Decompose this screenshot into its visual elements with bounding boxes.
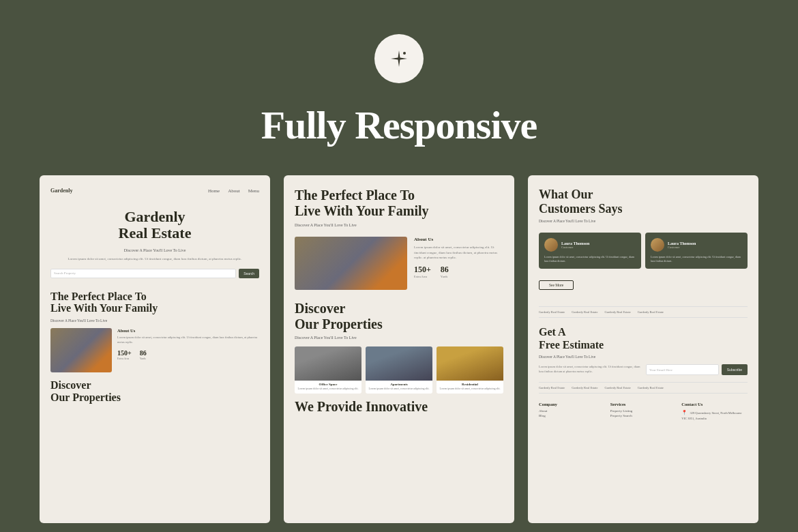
svg-point-0 (403, 52, 406, 55)
card2-discover-title: Discover Our Properties (295, 301, 503, 332)
card1-section1-title: The Perfect Place To Live With Your Fami… (50, 291, 259, 314)
prop-label-apartments: Apartments (366, 381, 432, 387)
brand2-2: Gardenly Real Estate (572, 386, 597, 389)
card1-nav-links: Home About Menu (208, 188, 259, 194)
prop-label-residential: Residential (437, 381, 503, 387)
card3-email-input[interactable]: Your Email Here (646, 364, 719, 375)
testimonial-1-avatar (544, 238, 558, 252)
card2-bottom-title: We Provide Innovative (295, 399, 503, 415)
card1-nav-menu[interactable]: Menu (248, 188, 259, 194)
card2-property-1[interactable]: Office Space Lorem ipsum dolor sit amet,… (295, 346, 361, 394)
card2-stat2: 86 Yards (441, 265, 449, 278)
footer-col1-title: Company (539, 402, 605, 407)
prop-desc-residential: Lorem ipsum dolor sit amet, consectetur … (437, 387, 503, 394)
card3-estimate-row: Lorem ipsum dolor sit amet, consectetur … (539, 364, 748, 375)
card1-stats: 150+ Extra Area 86 Yards (117, 349, 259, 360)
testimonial-2-text: Lorem ipsum dolor sit amet, consectetur … (651, 255, 742, 263)
card2-property-3[interactable]: Residential Lorem ipsum dolor sit amet, … (437, 346, 503, 394)
prop-img-residential (437, 346, 503, 381)
card1-discover-title: Discover Our Properties (50, 379, 259, 403)
brand2-4: Gardenly Real Estate (638, 386, 664, 389)
testimonial-1-role: Customer (561, 246, 589, 249)
footer-link-listing[interactable]: Property Listing (610, 409, 677, 413)
card1-about-title: About Us (117, 328, 259, 333)
see-more-button[interactable]: See More (539, 280, 574, 290)
card1-stat1-label: Extra Area (117, 357, 132, 360)
card2-stat1: 150+ Extra Area (414, 265, 431, 278)
card1-about-text: About Us Lorem ipsum dolor sit amet, con… (117, 328, 259, 372)
brand-2: Gardenly Real Estate (572, 310, 597, 314)
main-title: Fully Responsive (261, 102, 537, 148)
card2-main-image (295, 237, 407, 290)
card1-about-row: About Us Lorem ipsum dolor sit amet, con… (50, 328, 259, 372)
card2-subtitle: Discover A Place You'll Love To Live (295, 223, 503, 227)
card3-testimonials-subtitle: Discover A Place You'll Love To Live (539, 219, 748, 223)
testimonial-1-header: Laura Thomson Customer (544, 238, 636, 252)
card2-about-row: About Us Lorem ipsum dolor sit amet, con… (295, 237, 503, 290)
footer-address: 📍 329 Queensberry Street, North Melbourn… (681, 409, 748, 421)
card2-stat1-label: Extra Area (414, 275, 431, 278)
testimonial-2-role: Customer (668, 246, 696, 249)
card2-stat1-num: 150+ (414, 265, 431, 275)
brand-4: Gardenly Real Estate (638, 310, 664, 314)
brand-1: Gardenly Real Estate (539, 310, 565, 314)
card3-testimonials-row: Laura Thomson Customer Lorem ipsum dolor… (539, 233, 748, 269)
card3-subscribe-button[interactable]: Subscribe (722, 364, 748, 375)
card3-footer-contact: Contact Us 📍 329 Queensberry Street, Nor… (681, 402, 748, 421)
cards-container: Gardenly Home About Menu Gardenly Real E… (0, 175, 798, 523)
card1-nav: Gardenly Home About Menu (50, 188, 259, 194)
brand2-1: Gardenly Real Estate (539, 386, 565, 389)
card2-about-text: About Us Lorem ipsum dolor sit amet, con… (414, 237, 503, 290)
card3-brand-strip2: Gardenly Real Estate Gardenly Real Estat… (539, 382, 748, 394)
testimonial-card-1: Laura Thomson Customer Lorem ipsum dolor… (539, 233, 641, 269)
card3-footer: Company About Blog Services Property Lis… (539, 402, 748, 421)
card3-testimonials-title: What Our Customers Says (539, 188, 748, 216)
testimonial-1-name: Laura Thomson (561, 241, 589, 246)
prop-img-apartments (366, 346, 432, 381)
page-wrapper: Fully Responsive Gardenly Home About Men… (0, 0, 798, 523)
card1-nav-about[interactable]: About (228, 188, 240, 194)
footer-link-blog[interactable]: Blog (539, 414, 605, 417)
card3-estimate-title: Get A Free Estimate (539, 326, 748, 351)
testimonial-1-text: Lorem ipsum dolor sit amet, consectetur … (544, 255, 636, 263)
testimonial-2-header: Laura Thomson Customer (651, 238, 742, 252)
card2-properties-row: Office Space Lorem ipsum dolor sit amet,… (295, 346, 503, 394)
card1-search-input[interactable]: Search Property (50, 269, 236, 278)
card2-stats: 150+ Extra Area 86 Yards (414, 265, 503, 278)
card1-stat1-num: 150+ (117, 349, 132, 357)
testimonial-card-2: Laura Thomson Customer Lorem ipsum dolor… (645, 233, 748, 269)
card2-stat2-label: Yards (441, 275, 449, 278)
footer-link-search[interactable]: Property Search (610, 414, 677, 417)
footer-link-about[interactable]: About (539, 409, 605, 413)
card1-hero-subtitle: Discover A Place You'll Love To Live (50, 248, 259, 252)
prop-label-office: Office Space (295, 381, 361, 387)
card2-discover-subtitle: Discover A Place You'll Love To Live (295, 336, 503, 340)
card1-stat2-label: Yards (140, 357, 147, 360)
prop-img-office (295, 346, 361, 381)
sparkle-icon-wrapper (374, 34, 424, 83)
card1-lorem: Lorem ipsum dolor sit amet, consectetur … (50, 256, 259, 262)
footer-col3-title: Contact Us (681, 402, 748, 407)
card3-footer-services: Services Property Listing Property Searc… (610, 402, 677, 421)
sparkle-icon (387, 46, 411, 71)
card1-building-image (50, 328, 112, 372)
card1-search-bar: Search Property Search (50, 269, 259, 278)
card3-estimate-lorem: Lorem ipsum dolor sit amet, consectetur … (539, 365, 640, 374)
card-tablet-preview: The Perfect Place To Live With Your Fami… (284, 175, 514, 523)
card1-section1-subtitle: Discover A Place You'll Love To Live (50, 319, 259, 323)
card1-search-button[interactable]: Search (239, 269, 259, 278)
card-desktop-preview: What Our Customers Says Discover A Place… (528, 175, 758, 523)
card1-nav-home[interactable]: Home (208, 188, 220, 194)
card2-property-2[interactable]: Apartments Lorem ipsum dolor sit amet, c… (366, 346, 432, 394)
card-mobile-preview: Gardenly Home About Menu Gardenly Real E… (40, 175, 270, 523)
card1-hero-title: Gardenly Real Estate (50, 209, 259, 241)
card1-stat2-num: 86 (140, 349, 147, 357)
card3-footer-company: Company About Blog (539, 402, 605, 421)
brand2-3: Gardenly Real Estate (605, 386, 631, 389)
card2-about-title: About Us (414, 237, 503, 242)
card1-stat1: 150+ Extra Area (117, 349, 132, 360)
card2-stat2-num: 86 (441, 265, 449, 275)
card3-estimate-subtitle: Discover A Place You'll Love To Live (539, 355, 748, 359)
location-icon: 📍 (681, 410, 688, 415)
testimonial-2-name: Laura Thomson (668, 241, 696, 246)
